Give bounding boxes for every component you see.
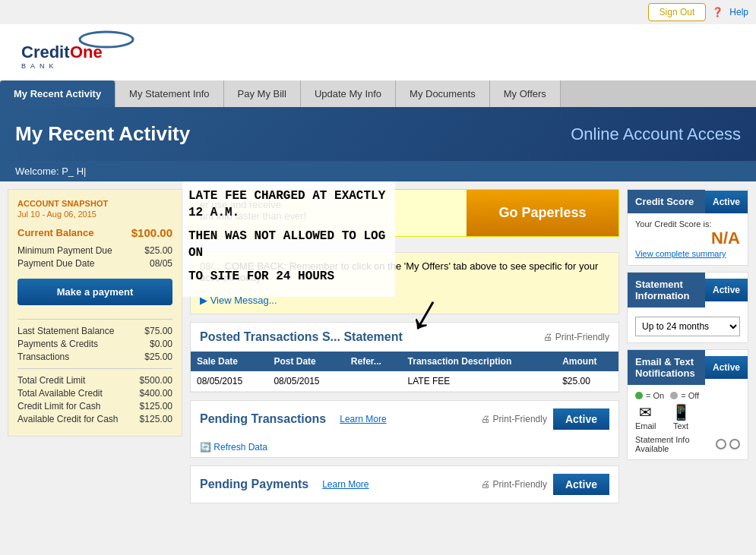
transactions-value: $25.00: [144, 352, 172, 362]
available-cash-value: $125.00: [140, 414, 172, 424]
current-balance-amount: $100.00: [131, 226, 172, 239]
statement-info-title: Statement Information: [628, 273, 705, 307]
online-access-label: Online Account Access: [571, 125, 741, 144]
email-text-widget: Email & Text Notifications Active = On =…: [627, 349, 748, 460]
view-summary-link[interactable]: View complete summary: [635, 249, 726, 258]
cash-limit-value: $125.00: [140, 401, 172, 412]
min-payment-value: $25.00: [144, 245, 172, 256]
svg-text:One: One: [70, 43, 103, 61]
col-amount: Amount: [556, 352, 618, 371]
comeback-text: Remember to click on the 'My Offers' tab…: [289, 260, 562, 272]
months-select[interactable]: Up to 24 months 12 months 6 months: [635, 317, 740, 336]
refresh-icon: 🔄: [200, 442, 211, 453]
email-text-active: Active: [705, 356, 748, 379]
available-credit-label: Total Available Credit: [17, 388, 103, 399]
off-dot: [670, 392, 678, 399]
cell-ref: [345, 371, 402, 392]
view-message-link[interactable]: ▶ View Messag...: [200, 295, 277, 306]
print-friendly-link[interactable]: 🖨 Print-Friendly: [543, 332, 609, 342]
posted-transactions-table: Sale Date Post Date Refer... Transaction…: [191, 352, 618, 392]
logo: Credit One BANK: [15, 30, 137, 74]
table-row: 08/05/2015 08/05/2015 LATE FEE $25.00: [191, 371, 618, 392]
credit-score-active: Active: [705, 191, 748, 213]
statement-info-widget: Statement Information Active Up to 24 mo…: [627, 272, 748, 343]
learn-more-payments-link[interactable]: Learn More: [322, 479, 369, 490]
on-label: = On: [646, 391, 664, 400]
pending-payments-section: Pending Payments Learn More 🖨 Print-Frie…: [190, 465, 619, 503]
tab-offers[interactable]: My Offers: [490, 80, 561, 107]
credit-score-widget: Credit Score Active Your Credit Score is…: [627, 189, 748, 266]
current-balance-label: Current Balance: [17, 227, 93, 238]
nav-tabs: My Recent Activity My Statement Info Pay…: [0, 80, 756, 107]
posted-transactions-section: Posted Transactions S... Statement 🖨 Pri…: [190, 322, 619, 393]
print-friendly-payments-link[interactable]: 🖨 Print-Friendly: [481, 479, 547, 490]
go-paperless-button[interactable]: Go Paperless: [467, 190, 618, 236]
pending-payments-title: Pending Payments: [200, 478, 308, 491]
help-link[interactable]: Help: [729, 7, 748, 17]
welcome-text2: H|: [77, 166, 87, 177]
email-text-title: Email & Text Notifications: [628, 350, 705, 385]
total-credit-label: Total Credit Limit: [17, 375, 85, 386]
pending-active-badge: Active: [553, 408, 609, 430]
col-post-date: Post Date: [267, 352, 344, 371]
last-stmt-value: $75.00: [144, 326, 172, 336]
printer2-icon: 🖨: [481, 414, 490, 424]
print-friendly-pending-link[interactable]: 🖨 Print-Friendly: [481, 414, 547, 424]
alert-text2: unt info faster than ever!: [200, 210, 306, 222]
snapshot-date: Jul 10 - Aug 06, 2015: [17, 210, 172, 219]
credit-score-title: Credit Score: [628, 190, 705, 213]
refresh-data-link[interactable]: 🔄 Refresh Data: [191, 437, 618, 457]
make-payment-button[interactable]: Make a payment: [17, 279, 172, 305]
score-label: Your Credit Score is:: [635, 219, 740, 229]
col-sale-date: Sale Date: [191, 352, 267, 371]
cell-sale-date: 08/05/2015: [191, 371, 267, 392]
tab-update-info[interactable]: Update My Info: [301, 80, 396, 107]
tab-pay-bill[interactable]: Pay My Bill: [224, 80, 301, 107]
statement-info-active: Active: [705, 279, 748, 301]
payment-due-label: Payment Due Date: [17, 258, 94, 269]
pending-transactions-section: Pending Transactions Learn More 🖨 Print-…: [190, 400, 619, 458]
printer-icon: 🖨: [543, 332, 552, 342]
text-label: Text: [672, 421, 691, 430]
left-sidebar: ACCOUNT SNAPSHOT Jul 10 - Aug 06, 2015 C…: [8, 189, 182, 511]
phone-icon: 📱: [672, 403, 691, 421]
payments-value: $0.00: [150, 339, 172, 349]
transactions-label: Transactions: [17, 352, 69, 362]
col-ref: Refer...: [345, 352, 402, 371]
stmt-info-radio-2[interactable]: [729, 439, 740, 449]
cash-limit-label: Credit Limit for Cash: [17, 401, 100, 412]
comeback-message: 08/... COME BACK: Remember to click on t…: [190, 252, 619, 314]
stmt-info-available-label: Statement Info Available: [635, 435, 716, 453]
min-payment-label: Minimum Payment Due: [17, 245, 112, 256]
off-label: = Off: [681, 391, 699, 400]
email-label: Email: [635, 421, 656, 430]
account-snapshot: ACCOUNT SNAPSHOT Jul 10 - Aug 06, 2015 C…: [8, 189, 182, 437]
right-sidebar: Credit Score Active Your Credit Score is…: [627, 189, 748, 511]
cell-post-date: 08/05/2015: [267, 371, 344, 392]
learn-more-pending-link[interactable]: Learn More: [340, 414, 386, 424]
welcome-text: Welcome: P_: [15, 166, 74, 177]
stmt-info-radio-1[interactable]: [716, 439, 726, 449]
on-dot: [635, 392, 643, 399]
payments-active-badge: Active: [553, 474, 609, 495]
cell-description: LATE FEE: [402, 371, 557, 392]
tab-documents[interactable]: My Documents: [396, 80, 490, 107]
page-title: My Recent Activity: [15, 122, 190, 146]
cell-amount: $25.00: [556, 371, 618, 392]
email-icon: ✉: [635, 403, 656, 421]
main-content: ACCOUNT SNAPSHOT Jul 10 - Aug 06, 2015 C…: [0, 181, 756, 519]
payment-due-value: 08/05: [150, 258, 172, 269]
tab-recent-activity[interactable]: My Recent Activity: [0, 80, 115, 107]
credit-score-value: N/A: [635, 229, 740, 248]
center-content: LATE FEE CHARGED AT EXACTLY 12 A.M. THEN…: [190, 189, 619, 511]
welcome-bar: Welcome: P_ H|: [0, 161, 756, 181]
tab-statement-info[interactable]: My Statement Info: [115, 80, 224, 107]
page-header: My Recent Activity Online Account Access: [0, 107, 756, 161]
col-description: Transaction Description: [402, 352, 557, 371]
comeback-label: COME BACK:: [225, 260, 287, 272]
available-credit-value: $400.00: [140, 388, 172, 399]
payments-label: Payments & Credits: [17, 339, 98, 349]
total-credit-value: $500.00: [140, 375, 172, 386]
printer3-icon: 🖨: [481, 479, 490, 490]
sign-out-button[interactable]: Sign Out: [648, 3, 707, 21]
